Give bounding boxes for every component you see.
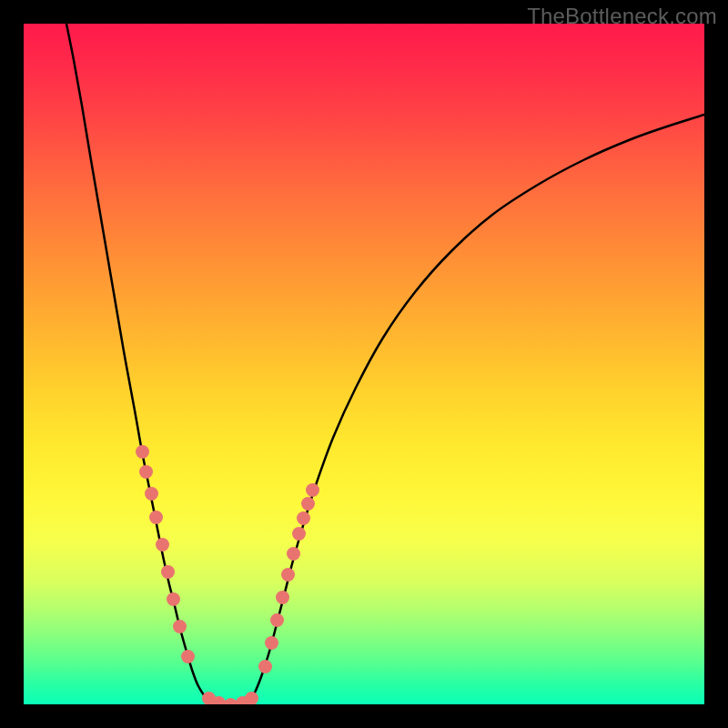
data-marker (156, 538, 169, 551)
data-marker (292, 527, 306, 541)
data-marker (265, 636, 278, 650)
data-marker (245, 692, 258, 705)
data-marker (149, 511, 163, 524)
curve-layer (24, 24, 704, 704)
data-marker (136, 445, 149, 459)
data-marker (276, 591, 289, 604)
curve-right-arm (249, 115, 704, 701)
data-marker (301, 497, 315, 511)
data-marker (297, 511, 310, 525)
data-marker (270, 613, 284, 627)
data-marker (145, 487, 158, 500)
data-marker (258, 660, 272, 673)
data-marker (173, 620, 187, 633)
data-marker (167, 592, 180, 606)
data-marker (139, 465, 153, 479)
curve-left-arm (66, 24, 213, 702)
plot-area (24, 24, 704, 704)
watermark-text: TheBottleneck.com (527, 4, 717, 29)
data-marker (161, 565, 175, 579)
data-marker (181, 650, 195, 663)
data-marker (281, 568, 295, 581)
data-marker (287, 547, 300, 561)
chart-frame: TheBottleneck.com (0, 0, 728, 728)
data-marker (306, 483, 319, 497)
